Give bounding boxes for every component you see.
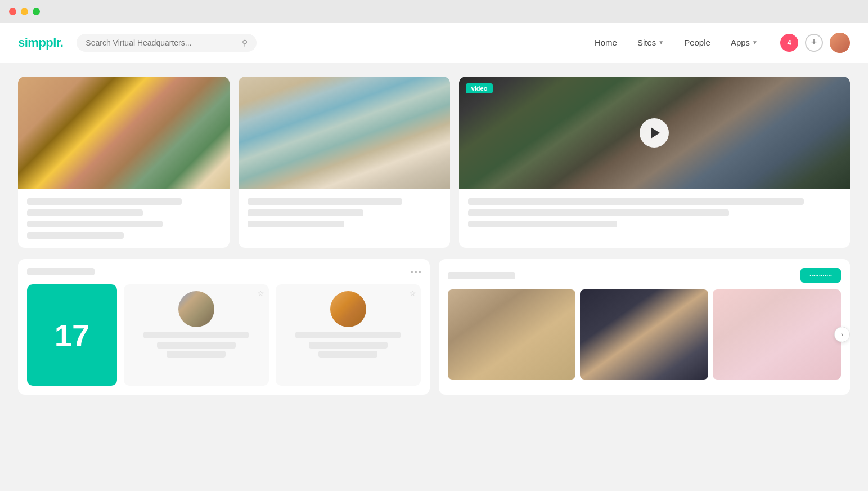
video-badge: video bbox=[466, 83, 493, 93]
person-2-name-skeleton bbox=[295, 332, 401, 338]
card-1-meta-skeleton bbox=[27, 232, 124, 239]
top-cards-row: video bbox=[18, 77, 850, 248]
gallery-image-3[interactable] bbox=[713, 289, 841, 380]
notification-count: 4 bbox=[787, 38, 791, 47]
nav-apps[interactable]: Apps ▼ bbox=[722, 33, 767, 52]
play-button[interactable] bbox=[640, 118, 669, 148]
person-2-meta-skeleton bbox=[318, 351, 377, 358]
search-input[interactable] bbox=[86, 38, 237, 47]
people-widget: 17 ☆ ☆ bbox=[18, 259, 430, 395]
bottom-row: 17 ☆ ☆ bbox=[18, 259, 850, 395]
maximize-button[interactable] bbox=[33, 8, 40, 15]
card-3-content bbox=[459, 189, 850, 236]
person-card-1[interactable]: ☆ bbox=[124, 284, 269, 386]
nav-sites[interactable]: Sites ▼ bbox=[628, 33, 673, 52]
person-avatar-2 bbox=[330, 291, 366, 327]
image-gallery: › bbox=[448, 289, 842, 380]
counter-box: 17 bbox=[27, 284, 117, 386]
nav-home[interactable]: Home bbox=[586, 33, 626, 52]
card-2-subtitle-skeleton bbox=[248, 209, 363, 216]
people-widget-content: 17 ☆ ☆ bbox=[27, 284, 421, 386]
nav-home-label: Home bbox=[595, 38, 617, 47]
main-content: video bbox=[0, 63, 868, 491]
person-1-meta-skeleton bbox=[167, 351, 226, 358]
chevron-down-icon-apps: ▼ bbox=[752, 39, 758, 46]
logo[interactable]: simpplr. bbox=[18, 35, 63, 50]
person-avatar-1 bbox=[178, 291, 214, 327]
plus-icon: + bbox=[811, 37, 817, 48]
gallery-next-button[interactable]: › bbox=[834, 327, 850, 342]
chevron-right-icon: › bbox=[841, 331, 843, 338]
gallery-widget-header: ············ bbox=[448, 268, 842, 283]
person-2-role-skeleton bbox=[309, 342, 388, 349]
logo-text: simpplr. bbox=[18, 35, 63, 50]
minimize-button[interactable] bbox=[21, 8, 28, 15]
person-1-role-skeleton bbox=[157, 342, 236, 349]
card-1-image bbox=[18, 77, 230, 189]
dot-2 bbox=[415, 271, 417, 273]
person-1-name-skeleton bbox=[143, 332, 249, 338]
card-2-title-skeleton bbox=[248, 198, 402, 205]
header-actions: 4 + bbox=[780, 33, 850, 53]
titlebar bbox=[0, 0, 868, 23]
video-label: video bbox=[471, 85, 488, 92]
card-1-content bbox=[18, 189, 230, 248]
card-3-title-skeleton bbox=[468, 198, 804, 205]
gallery-action-button[interactable]: ············ bbox=[800, 268, 841, 283]
dot-3 bbox=[419, 271, 421, 273]
card-2-content bbox=[239, 189, 450, 236]
card-3[interactable]: video bbox=[459, 77, 850, 248]
card-3-meta-skeleton bbox=[468, 221, 617, 227]
people-widget-title bbox=[27, 268, 95, 275]
card-3-image: video bbox=[459, 77, 850, 189]
main-nav: Home Sites ▼ People Apps ▼ bbox=[586, 33, 767, 52]
add-button[interactable]: + bbox=[805, 34, 823, 52]
card-2-meta-skeleton bbox=[248, 221, 344, 227]
gallery-widget: ············ › bbox=[439, 259, 851, 395]
nav-people-label: People bbox=[684, 38, 710, 47]
chevron-down-icon: ▼ bbox=[658, 39, 664, 46]
gallery-widget-title bbox=[448, 272, 515, 279]
star-icon-1[interactable]: ☆ bbox=[257, 289, 264, 298]
gallery-image-2[interactable] bbox=[580, 289, 708, 380]
star-icon-2[interactable]: ☆ bbox=[409, 289, 416, 298]
nav-apps-label: Apps bbox=[731, 38, 750, 47]
play-icon bbox=[651, 127, 660, 139]
card-2[interactable] bbox=[239, 77, 450, 248]
counter-value: 17 bbox=[55, 317, 89, 354]
card-3-subtitle-skeleton bbox=[468, 209, 729, 216]
card-1[interactable] bbox=[18, 77, 230, 248]
gallery-image-1[interactable] bbox=[448, 289, 576, 380]
dots-menu[interactable] bbox=[411, 271, 421, 273]
dot-1 bbox=[411, 271, 413, 273]
people-widget-header bbox=[27, 268, 421, 275]
search-bar[interactable]: ⚲ bbox=[77, 34, 257, 52]
avatar-image bbox=[830, 33, 850, 53]
card-1-subtitle-skeleton bbox=[27, 209, 143, 216]
card-2-image bbox=[239, 77, 450, 189]
search-icon: ⚲ bbox=[242, 38, 248, 47]
nav-sites-label: Sites bbox=[637, 38, 656, 47]
nav-people[interactable]: People bbox=[675, 33, 719, 52]
avatar[interactable] bbox=[830, 33, 850, 53]
card-1-title-skeleton bbox=[27, 198, 182, 205]
person-card-2[interactable]: ☆ bbox=[276, 284, 421, 386]
card-1-body-skeleton bbox=[27, 221, 163, 227]
close-button[interactable] bbox=[9, 8, 16, 15]
header: simpplr. ⚲ Home Sites ▼ People Apps ▼ 4 … bbox=[0, 23, 868, 63]
gallery-action-label: ············ bbox=[809, 271, 832, 279]
notification-badge[interactable]: 4 bbox=[780, 34, 798, 52]
